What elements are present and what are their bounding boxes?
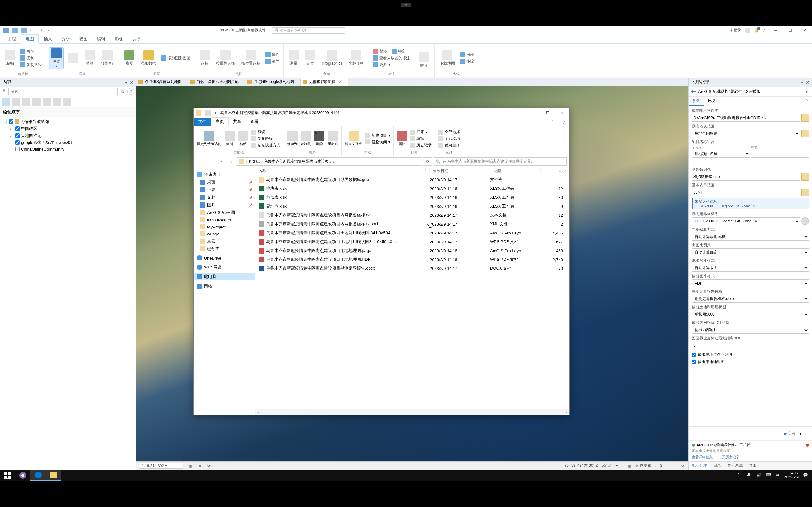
bottom-tab-catalog[interactable]: 目录 [710, 462, 724, 469]
locate-button[interactable]: 定位 [303, 49, 317, 67]
status-icon[interactable]: ⟳ [206, 463, 212, 469]
nav-item[interactable]: 桌面📌 [194, 178, 255, 186]
scale-select[interactable]: 自动计算确定 [692, 248, 809, 256]
col-date[interactable]: 修改日期 [430, 168, 490, 174]
qat-icon[interactable] [205, 110, 211, 116]
name-extra-input2[interactable] [751, 158, 809, 165]
tab-file[interactable]: 文件 [194, 118, 211, 126]
collapse-ribbon-icon[interactable]: ^ [808, 72, 810, 77]
explorer-search[interactable]: 🔍 在 乌鲁木齐市新冠疫情集中隔离点建设项目勘测定界... [434, 158, 567, 166]
file-row[interactable]: 节点表.xlsx2023/2/9 14:16XLSX 工作表30 [255, 193, 569, 202]
nav-wps[interactable]: WPS网盘 [194, 263, 255, 271]
pause-labels-button[interactable]: 暂停 锁定 [372, 49, 410, 55]
nav-item[interactable]: KCDJResults [194, 216, 255, 223]
minimize-button[interactable]: — [768, 26, 783, 35]
pin-icon[interactable]: 📌 [249, 188, 252, 192]
addr-dropdown-icon[interactable]: ˅ [418, 159, 420, 164]
goto-xy-button[interactable]: 转到XY [99, 49, 116, 67]
pane-options-icon[interactable]: ▾ [801, 80, 803, 85]
tab-home[interactable]: 主页 [211, 117, 229, 126]
refresh-button[interactable]: ⟳ [423, 158, 432, 166]
delete-button[interactable]: ✕删除 [314, 131, 324, 147]
properties-button[interactable]: 属性 [397, 131, 407, 147]
col-name[interactable]: 名称˄ [255, 168, 430, 174]
paste-button[interactable]: 粘贴 [3, 49, 17, 67]
list-by-persp-icon[interactable] [63, 98, 71, 106]
col-type[interactable]: 类型 [490, 168, 541, 174]
ribbon-tab-insert[interactable]: 插入 [39, 35, 56, 43]
maximize-button[interactable]: ☐ [783, 26, 798, 35]
farmland-input[interactable] [692, 188, 800, 196]
nav-forward-icon[interactable]: → [206, 158, 215, 166]
contents-search-input[interactable] [8, 88, 118, 95]
pin-icon[interactable]: 📌 [249, 181, 252, 184]
landuse-select[interactable]: 现状图5000 [692, 311, 809, 318]
toc-layer[interactable]: ▸中国政区 [1, 125, 135, 132]
tray-keyboard-icon[interactable]: ⌨ [766, 473, 771, 478]
gp-tab-params[interactable]: 参数 [689, 97, 704, 106]
list-by-source-icon[interactable] [12, 98, 20, 106]
invert-button[interactable]: 反向选择 [438, 142, 460, 148]
breadcrumb-seg[interactable]: KCD... [249, 159, 260, 164]
gp-check-2[interactable]: 输出用地地理图 [692, 358, 809, 366]
taskbar-edge[interactable] [31, 469, 46, 481]
download-map-button[interactable]: 下载地图 [438, 49, 457, 67]
edit-button[interactable]: 编辑 [410, 135, 432, 142]
pin-icon[interactable]: 📌 [249, 196, 252, 199]
select-by-loc-button[interactable]: 按位置选择 [240, 49, 262, 67]
txt-select[interactable]: 输出内部地块 [692, 326, 809, 334]
notification-center-icon[interactable]: 💬 [803, 473, 808, 478]
bottom-tab-gp[interactable]: 地理处理 [689, 462, 710, 469]
copy-button[interactable]: 复制 [224, 131, 235, 147]
basemap-button[interactable]: 底图 [122, 49, 136, 67]
gp-add-icon[interactable]: ⊕ [806, 89, 809, 94]
new-folder-button[interactable]: 新建文件夹 [345, 131, 362, 147]
file-row[interactable]: 乌鲁木齐市新冠疫情集中隔离点建设项目内网报备坐标.txt.xml2023/2/9… [255, 220, 569, 228]
out-folder-input[interactable] [692, 114, 800, 122]
copy-path-button[interactable]: 复制路径 [251, 135, 281, 142]
browse-button[interactable] [801, 173, 809, 181]
more-labels-button[interactable]: 更多 ▾ [372, 62, 410, 68]
out-coord-select[interactable]: CGCS2000_3_Degree_GK_Zone_37 [692, 217, 800, 225]
close-button[interactable]: ✕ [555, 108, 569, 118]
cut-button[interactable]: 剪切 [251, 129, 281, 135]
nav-recent-icon[interactable]: ▾ [217, 158, 225, 166]
prev-extent-button[interactable] [66, 52, 80, 64]
history-button[interactable]: 历史记录 [410, 142, 432, 148]
filter-icon[interactable]: ▼ [2, 88, 7, 95]
ribbon-help-icon[interactable]: ? [558, 118, 569, 126]
list-by-draw-icon[interactable] [2, 98, 10, 106]
layer-checkbox[interactable] [15, 147, 20, 152]
nav-this-pc[interactable]: 此电脑 [194, 273, 255, 280]
clear-sel-button[interactable]: 清除 [265, 58, 280, 64]
paper-select[interactable]: 自动计算版面 [692, 264, 809, 272]
file-row[interactable]: 乌鲁木齐市新冠疫情集中隔离点建设项目土地利用现状图841.0×594.0...2… [255, 237, 569, 246]
file-row[interactable]: 乌鲁木齐市新冠疫情集中隔离点建设项目用地地理图.pagx2023/2/9 14:… [255, 246, 569, 255]
select-button[interactable]: 选择 [198, 49, 212, 67]
scroll-left-icon[interactable]: ◂ [255, 409, 261, 415]
tray-network-icon[interactable]: 🖧 [747, 473, 752, 478]
list-by-select-icon[interactable] [22, 98, 31, 106]
file-row[interactable]: 界址点.xlsx2023/2/9 14:16XLSX 工作表9 [255, 202, 569, 211]
add-preset-button[interactable]: 添加图形图层 [160, 55, 191, 61]
file-row[interactable]: 乌鲁木齐市新冠疫情集中隔离点建设项目勘测定界报告.docx2023/2/9 14… [255, 264, 569, 273]
nav-item[interactable]: 下载📌 [194, 186, 255, 193]
run-button[interactable]: ▶运行 ▾ [780, 429, 809, 438]
copy-to-button[interactable]: 复制到 [301, 131, 311, 147]
toc-layer[interactable]: google影像无标注（无偏移） [1, 139, 135, 146]
attributes-button[interactable]: 属性 [265, 52, 280, 58]
bookmark-button[interactable]: 书签 [83, 49, 97, 67]
layer-checkbox[interactable] [15, 133, 20, 138]
search-button[interactable]: 🔍 [119, 88, 126, 95]
nav-item[interactable]: 图片📌 [194, 201, 255, 209]
browse-button[interactable] [801, 130, 809, 137]
breadcrumb-prefix[interactable]: « [246, 159, 248, 164]
nav-network[interactable]: 网络 [194, 282, 255, 290]
copy-button[interactable]: 复制 [20, 55, 43, 61]
dist-input[interactable] [692, 342, 809, 349]
open-icon[interactable] [12, 27, 18, 33]
help-icon[interactable]: ? [763, 28, 765, 33]
name-field-select[interactable]: 用地项目名称 [692, 150, 750, 158]
command-search[interactable]: 🔍 命令搜索 (Alt+Q) [272, 27, 345, 34]
open-button[interactable]: 打开 ▾ [410, 129, 432, 135]
